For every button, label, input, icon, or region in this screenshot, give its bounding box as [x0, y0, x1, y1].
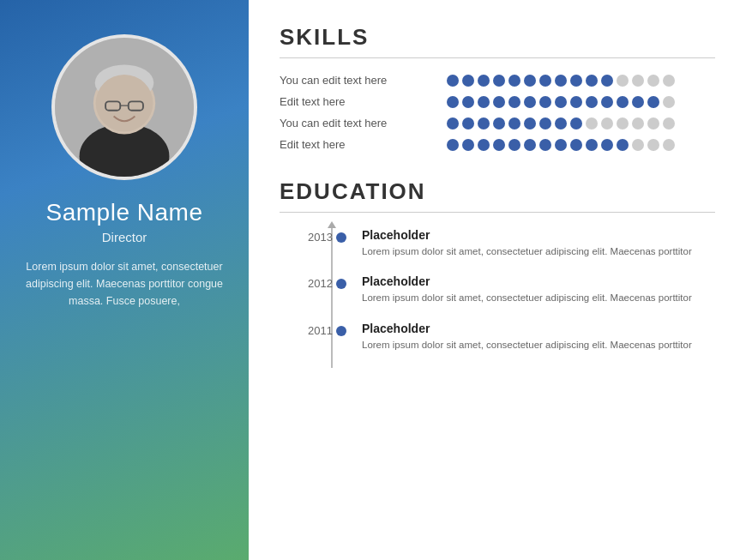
skill-dot-filled: [478, 139, 490, 151]
skill-dot-filled: [508, 75, 520, 87]
skill-dots: [447, 96, 675, 108]
left-panel: Sample Name Director Lorem ipsum dolor s…: [0, 0, 249, 560]
skill-label: Edit text here: [280, 95, 430, 108]
skill-dot-filled: [617, 96, 629, 108]
timeline-content: PlaceholderLorem ipsum dolor sit amet, c…: [350, 274, 715, 305]
skill-dot-empty: [601, 117, 613, 129]
skill-dot-filled: [570, 96, 582, 108]
skill-dot-filled: [539, 117, 551, 129]
skill-dot-filled: [478, 117, 490, 129]
skill-dot-filled: [478, 75, 490, 87]
skill-dot-empty: [632, 75, 644, 87]
skill-dot-filled: [462, 96, 474, 108]
education-divider: [280, 212, 715, 213]
timeline-year: 2012: [288, 274, 333, 290]
person-title: Director: [102, 230, 147, 244]
skill-dot-filled: [617, 139, 629, 151]
skill-dot-filled: [524, 139, 536, 151]
skill-row: Edit text here: [280, 95, 715, 108]
skill-dot-filled: [524, 117, 536, 129]
skill-dot-empty: [632, 117, 644, 129]
skill-dot-filled: [447, 117, 459, 129]
person-bio: Lorem ipsum dolor sit amet, consectetuer…: [21, 258, 228, 310]
skill-row: You can edit text here: [280, 74, 715, 87]
skill-dot-filled: [493, 75, 505, 87]
skill-dot-filled: [462, 75, 474, 87]
timeline-item: 2011PlaceholderLorem ipsum dolor sit ame…: [288, 322, 715, 352]
skill-dot-filled: [447, 139, 459, 151]
skill-dot-filled: [570, 139, 582, 151]
skill-dot-filled: [555, 117, 567, 129]
skill-dot-empty: [586, 117, 598, 129]
education-section: EDUCATION 2013PlaceholderLorem ipsum dol…: [280, 178, 715, 543]
timeline-node-icon: [336, 279, 346, 289]
timeline-dot-col: [333, 322, 350, 336]
skill-dot-empty: [663, 75, 675, 87]
skill-dot-filled: [601, 139, 613, 151]
timeline-content: PlaceholderLorem ipsum dolor sit amet, c…: [350, 322, 715, 352]
skill-dot-filled: [586, 96, 598, 108]
skills-section: SKILLS You can edit text hereEdit text h…: [280, 24, 715, 160]
avatar: [51, 34, 197, 180]
skill-dot-filled: [539, 96, 551, 108]
skill-dot-filled: [539, 139, 551, 151]
timeline-heading: Placeholder: [362, 322, 715, 335]
timeline-desc: Lorem ipsum dolor sit amet, consectetuer…: [362, 338, 715, 352]
skill-dot-filled: [447, 96, 459, 108]
skill-dot-filled: [478, 96, 490, 108]
skill-dot-filled: [601, 75, 613, 87]
svg-point-4: [96, 75, 153, 132]
timeline-node-icon: [336, 232, 346, 243]
skill-dot-filled: [586, 75, 598, 87]
person-name: Sample Name: [46, 199, 203, 226]
skill-dot-filled: [647, 96, 659, 108]
skill-dot-filled: [586, 139, 598, 151]
skill-dot-empty: [632, 139, 644, 151]
skill-row: Edit text here: [280, 138, 715, 151]
right-panel: SKILLS You can edit text hereEdit text h…: [249, 0, 746, 560]
timeline-heading: Placeholder: [362, 228, 715, 242]
skill-dot-filled: [493, 117, 505, 129]
timeline-dot-col: [333, 228, 350, 243]
timeline-content: PlaceholderLorem ipsum dolor sit amet, c…: [350, 228, 715, 259]
skill-dots: [447, 117, 675, 129]
skill-dot-empty: [647, 117, 659, 129]
skill-dot-filled: [555, 96, 567, 108]
skill-dots: [447, 139, 675, 151]
skill-dot-filled: [447, 75, 459, 87]
skill-dot-filled: [524, 96, 536, 108]
timeline-year: 2011: [288, 322, 333, 337]
skill-dot-empty: [663, 139, 675, 151]
skill-dot-filled: [570, 117, 582, 129]
timeline: 2013PlaceholderLorem ipsum dolor sit ame…: [280, 228, 715, 368]
timeline-item: 2013PlaceholderLorem ipsum dolor sit ame…: [288, 228, 715, 259]
skill-dot-filled: [524, 75, 536, 87]
skill-dot-filled: [539, 75, 551, 87]
skill-dot-filled: [508, 117, 520, 129]
skill-dot-empty: [663, 96, 675, 108]
timeline-dot-col: [333, 274, 350, 289]
skill-dot-filled: [508, 96, 520, 108]
timeline-heading: Placeholder: [362, 274, 715, 288]
skill-dot-empty: [663, 117, 675, 129]
timeline-desc: Lorem ipsum dolor sit amet, consectetuer…: [362, 291, 715, 305]
skill-dot-filled: [462, 139, 474, 151]
skill-dot-empty: [647, 75, 659, 87]
timeline-desc: Lorem ipsum dolor sit amet, consectetuer…: [362, 244, 715, 259]
timeline-node-icon: [336, 326, 346, 336]
skill-dot-filled: [555, 139, 567, 151]
skill-dot-empty: [617, 75, 629, 87]
skill-label: You can edit text here: [280, 74, 430, 87]
skill-dot-empty: [617, 117, 629, 129]
skill-dot-filled: [508, 139, 520, 151]
skills-divider: [280, 57, 715, 58]
skill-row: You can edit text here: [280, 117, 715, 129]
skill-dot-filled: [462, 117, 474, 129]
education-title: EDUCATION: [280, 178, 715, 205]
skill-dot-filled: [570, 75, 582, 87]
skill-rows-container: You can edit text hereEdit text hereYou …: [280, 74, 715, 151]
skill-dot-filled: [493, 139, 505, 151]
skill-dot-filled: [493, 96, 505, 108]
timeline-item: 2012PlaceholderLorem ipsum dolor sit ame…: [288, 274, 715, 305]
skill-dot-empty: [647, 139, 659, 151]
